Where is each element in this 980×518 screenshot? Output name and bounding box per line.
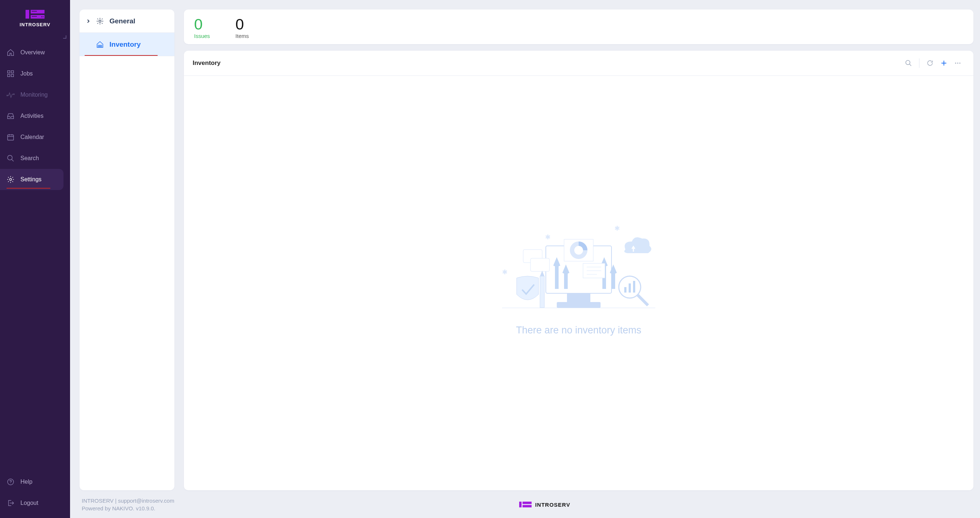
gear-box-icon xyxy=(95,17,104,25)
more-horizontal-icon xyxy=(954,59,961,67)
collapse-sidebar-handle[interactable] xyxy=(63,33,67,37)
nav-label: Calendar xyxy=(21,134,44,140)
svg-rect-35 xyxy=(530,258,549,272)
subnav-item-label: Inventory xyxy=(110,40,141,49)
pulse-icon xyxy=(6,91,14,99)
svg-line-41 xyxy=(638,295,648,305)
stat-issues: 0 Issues xyxy=(194,17,210,39)
inventory-body: ✱ ✱ ✱ There are no inventory items xyxy=(184,76,974,490)
chevron-right-icon xyxy=(86,17,92,25)
svg-point-15 xyxy=(10,178,12,181)
svg-rect-8 xyxy=(11,71,13,73)
svg-point-4 xyxy=(43,16,44,17)
subnav-item-inventory[interactable]: Inventory xyxy=(80,33,174,56)
stat-items-value: 0 xyxy=(235,17,249,32)
nav-item-logout[interactable]: Logout xyxy=(0,493,70,513)
footer-line2: Powered by NAKIVO. v10.9.0. xyxy=(82,505,174,512)
svg-point-21 xyxy=(955,63,956,64)
footer-brand: INTROSERV xyxy=(519,501,628,508)
footer: INTROSERV | support@introserv.com Powere… xyxy=(80,490,974,514)
svg-point-20 xyxy=(906,60,910,65)
search-button[interactable] xyxy=(902,57,915,69)
actions-separator xyxy=(919,58,920,68)
plus-icon xyxy=(940,59,948,67)
brand-logo: INTROSERV xyxy=(0,0,70,31)
nav-item-search[interactable]: Search xyxy=(0,148,70,169)
grid-icon xyxy=(6,70,14,78)
footer-line1: INTROSERV | support@introserv.com xyxy=(82,497,174,505)
svg-rect-36 xyxy=(540,276,544,308)
svg-point-23 xyxy=(959,63,960,64)
svg-rect-45 xyxy=(519,502,522,507)
svg-rect-2 xyxy=(31,15,45,19)
svg-point-14 xyxy=(8,156,13,160)
settings-subnav: General Inventory xyxy=(80,10,174,490)
nav-item-jobs[interactable]: Jobs xyxy=(0,63,70,84)
svg-text:✱: ✱ xyxy=(545,234,550,241)
stat-items-label: Items xyxy=(235,33,249,39)
nav-item-overview[interactable]: Overview xyxy=(0,42,70,63)
introserv-logo-icon xyxy=(519,501,531,508)
nav-label: Settings xyxy=(21,176,41,183)
inventory-card: Inventory xyxy=(184,51,974,490)
nav-label: Help xyxy=(21,478,32,485)
nav-item-monitoring[interactable]: Monitoring xyxy=(0,84,70,105)
nav-label: Monitoring xyxy=(21,92,48,98)
refresh-icon xyxy=(926,59,934,67)
nav-item-settings[interactable]: Settings xyxy=(0,169,64,190)
stats-card: 0 Issues 0 Items xyxy=(184,10,974,44)
nav-label: Search xyxy=(21,155,39,162)
nav-label: Logout xyxy=(21,500,38,506)
calendar-icon xyxy=(6,133,14,141)
nav-label: Jobs xyxy=(21,70,33,77)
svg-rect-13 xyxy=(8,135,14,140)
svg-rect-5 xyxy=(32,11,37,12)
nav-bottom: Help Logout xyxy=(0,471,70,513)
search-icon xyxy=(6,154,14,162)
nav-label: Activities xyxy=(21,113,43,119)
svg-rect-10 xyxy=(11,75,13,76)
svg-rect-0 xyxy=(25,10,29,19)
add-button[interactable] xyxy=(937,57,951,69)
inventory-title: Inventory xyxy=(192,59,221,67)
stat-issues-label: Issues xyxy=(194,33,210,39)
empty-state-illustration: ✱ ✱ ✱ xyxy=(502,223,655,315)
more-actions-button[interactable] xyxy=(951,57,965,69)
introserv-logo-icon xyxy=(25,9,45,20)
svg-text:✱: ✱ xyxy=(614,225,620,232)
search-icon xyxy=(905,59,912,67)
inventory-actions xyxy=(902,57,965,69)
house-icon xyxy=(6,49,14,57)
nav-label: Overview xyxy=(21,49,45,56)
svg-rect-19 xyxy=(100,45,102,47)
subnav-item-general[interactable]: General xyxy=(80,10,174,33)
house-box-icon xyxy=(95,40,104,49)
svg-text:✱: ✱ xyxy=(502,269,508,276)
svg-point-17 xyxy=(99,20,101,22)
inbox-icon xyxy=(6,112,14,120)
svg-point-22 xyxy=(958,63,958,64)
brand-name: INTROSERV xyxy=(0,22,70,27)
svg-rect-9 xyxy=(8,75,10,76)
svg-rect-1 xyxy=(31,10,45,13)
main-content: General Inventory 0 Issues 0 Items xyxy=(70,0,980,518)
svg-rect-27 xyxy=(557,302,601,308)
svg-rect-7 xyxy=(8,71,10,73)
refresh-button[interactable] xyxy=(923,57,937,69)
sidebar: INTROSERV Overview Jobs Monitoring xyxy=(0,0,70,518)
footer-meta: INTROSERV | support@introserv.com Powere… xyxy=(82,497,174,512)
help-icon xyxy=(6,478,14,486)
svg-point-11 xyxy=(7,95,8,96)
nav-item-calendar[interactable]: Calendar xyxy=(0,127,70,148)
nav-item-activities[interactable]: Activities xyxy=(0,105,70,127)
svg-rect-18 xyxy=(98,45,100,47)
footer-brand-name: INTROSERV xyxy=(535,502,570,508)
nav-item-help[interactable]: Help xyxy=(0,471,70,493)
inventory-header: Inventory xyxy=(184,51,974,76)
right-column: 0 Issues 0 Items Inventory xyxy=(184,10,974,490)
svg-rect-6 xyxy=(32,16,37,17)
svg-rect-47 xyxy=(522,505,531,507)
svg-rect-46 xyxy=(522,502,531,504)
stat-items: 0 Items xyxy=(235,17,249,39)
gear-icon xyxy=(6,175,14,183)
